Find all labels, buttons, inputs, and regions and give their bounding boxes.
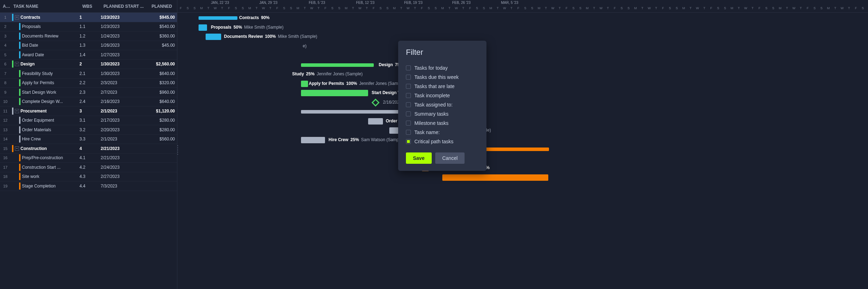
start-cell[interactable]: 2/16/2023 <box>101 99 147 104</box>
milestone-icon[interactable] <box>372 98 380 106</box>
task-name-cell[interactable]: −Contracts <box>11 14 79 21</box>
task-bar[interactable] <box>301 90 368 96</box>
planned-cell[interactable]: $320.00 <box>147 80 175 85</box>
start-cell[interactable]: 1/30/2023 <box>101 71 147 76</box>
task-name-cell[interactable]: Hire Crew <box>11 135 79 143</box>
summary-bar[interactable] <box>301 63 374 67</box>
filter-option[interactable]: Tasks due this week <box>406 73 479 82</box>
wbs-cell[interactable]: 2.1 <box>79 71 101 76</box>
task-name-cell[interactable]: −Construction <box>11 145 79 152</box>
planned-cell[interactable]: $640.00 <box>147 99 175 104</box>
task-name-cell[interactable]: −Procurement <box>11 108 79 115</box>
task-row[interactable]: 2Proposals1.11/23/2023$540.00 <box>0 22 177 32</box>
start-cell[interactable]: 1/24/2023 <box>101 34 147 39</box>
task-row[interactable]: 13Order Materials3.22/20/2023$280.00 <box>0 125 177 135</box>
wbs-cell[interactable]: 3.1 <box>79 118 101 123</box>
start-cell[interactable]: 1/27/2023 <box>101 52 147 57</box>
filter-option[interactable]: Task assigned to: <box>406 100 479 109</box>
filter-option[interactable]: Task incomplete <box>406 91 479 100</box>
expand-toggle-icon[interactable]: − <box>15 146 19 151</box>
task-row[interactable]: 18Site work4.32/27/2023 <box>0 172 177 182</box>
task-row[interactable]: 17Construction Start ...4.22/24/2023 <box>0 163 177 172</box>
task-name-cell[interactable]: Award Date <box>11 51 79 58</box>
start-cell[interactable]: 2/24/2023 <box>101 165 147 170</box>
task-name-cell[interactable]: Construction Start ... <box>11 164 79 171</box>
task-name-cell[interactable]: Stage Completion <box>11 183 79 190</box>
start-cell[interactable]: 7/3/2023 <box>101 184 147 189</box>
filter-option[interactable]: Tasks that are late <box>406 82 479 91</box>
task-bar[interactable] <box>368 118 383 125</box>
pane-splitter[interactable] <box>177 145 179 155</box>
start-cell[interactable]: 1/26/2023 <box>101 43 147 48</box>
checkbox-icon[interactable] <box>406 93 411 98</box>
task-bar[interactable] <box>442 174 548 181</box>
task-name-cell[interactable]: Feasibility Study <box>11 70 79 77</box>
task-row[interactable]: 15−Construction42/21/2023 <box>0 144 177 154</box>
summary-bar[interactable] <box>301 110 403 114</box>
task-row[interactable]: 4Bid Date1.31/26/2023$45.00 <box>0 41 177 51</box>
task-name-cell[interactable]: Order Materials <box>11 126 79 133</box>
wbs-cell[interactable]: 2 <box>79 62 101 67</box>
col-header-planned[interactable]: PLANNED <box>147 4 175 9</box>
filter-option[interactable]: Milestone tasks <box>406 119 479 128</box>
wbs-cell[interactable]: 4.3 <box>79 174 101 179</box>
task-bar[interactable] <box>301 81 308 87</box>
start-cell[interactable]: 2/17/2023 <box>101 118 147 123</box>
cancel-button[interactable]: Cancel <box>435 152 465 164</box>
task-name-cell[interactable]: Site work <box>11 173 79 180</box>
planned-cell[interactable]: $2,560.00 <box>147 62 175 67</box>
wbs-cell[interactable]: 4.1 <box>79 155 101 160</box>
task-name-cell[interactable]: Bid Date <box>11 42 79 49</box>
wbs-cell[interactable]: 2.2 <box>79 80 101 85</box>
wbs-cell[interactable]: 1.2 <box>79 34 101 39</box>
checkbox-icon[interactable] <box>406 111 411 116</box>
task-row[interactable]: 8Apply for Permits2.22/3/2023$320.00 <box>0 79 177 88</box>
expand-toggle-icon[interactable]: − <box>15 62 19 66</box>
planned-cell[interactable]: $945.00 <box>147 15 175 20</box>
start-cell[interactable]: 2/3/2023 <box>101 80 147 85</box>
task-bar[interactable] <box>199 24 207 31</box>
start-cell[interactable]: 2/27/2023 <box>101 174 147 179</box>
task-row[interactable]: 5Award Date1.41/27/2023 <box>0 50 177 60</box>
task-bar[interactable] <box>301 137 325 143</box>
checkbox-icon[interactable] <box>406 139 411 144</box>
task-row[interactable]: 19Stage Completion4.47/3/2023 <box>0 181 177 191</box>
task-row[interactable]: 1−Contracts11/23/2023$945.00 <box>0 13 177 22</box>
task-name-cell[interactable]: Prep/Pre-construction <box>11 154 79 161</box>
task-name-cell[interactable]: Proposals <box>11 23 79 30</box>
col-header-name[interactable]: TASK NAME <box>11 4 79 9</box>
task-row[interactable]: 10Complete Design W...2.42/16/2023$640.0… <box>0 97 177 107</box>
planned-cell[interactable]: $280.00 <box>147 127 175 132</box>
col-header-start[interactable]: PLANNED START ... <box>101 4 147 9</box>
start-cell[interactable]: 1/23/2023 <box>101 24 147 29</box>
task-row[interactable]: 12Order Equipment3.12/17/2023$280.00 <box>0 116 177 126</box>
planned-cell[interactable]: $560.00 <box>147 137 175 141</box>
planned-cell[interactable]: $960.00 <box>147 90 175 95</box>
col-header-all[interactable]: ALL <box>0 4 11 9</box>
start-cell[interactable]: 2/1/2023 <box>101 109 147 114</box>
wbs-cell[interactable]: 4.2 <box>79 165 101 170</box>
wbs-cell[interactable]: 1.4 <box>79 52 101 57</box>
wbs-cell[interactable]: 4 <box>79 146 101 151</box>
start-cell[interactable]: 2/1/2023 <box>101 137 147 141</box>
wbs-cell[interactable]: 1 <box>79 15 101 20</box>
filter-option[interactable]: Critical path tasks <box>406 137 479 146</box>
task-row[interactable]: 11−Procurement32/1/2023$1,120.00 <box>0 106 177 116</box>
task-name-cell[interactable]: Start Design Work <box>11 89 79 96</box>
task-name-cell[interactable]: −Design <box>11 60 79 68</box>
wbs-cell[interactable]: 4.4 <box>79 184 101 189</box>
task-bar[interactable] <box>206 34 221 40</box>
save-button[interactable]: Save <box>406 152 432 164</box>
start-cell[interactable]: 2/21/2023 <box>101 155 147 160</box>
planned-cell[interactable]: $1,120.00 <box>147 109 175 114</box>
task-row[interactable]: 3Documents Review1.21/24/2023$360.00 <box>0 31 177 41</box>
task-row[interactable]: 16Prep/Pre-construction4.12/21/2023 <box>0 154 177 163</box>
summary-bar[interactable] <box>199 16 237 20</box>
start-cell[interactable]: 2/20/2023 <box>101 127 147 132</box>
wbs-cell[interactable]: 1.1 <box>79 24 101 29</box>
task-row[interactable]: 14Hire Crew3.32/1/2023$560.00 <box>0 135 177 144</box>
checkbox-icon[interactable] <box>406 65 411 70</box>
task-name-cell[interactable]: Order Equipment <box>11 117 79 124</box>
task-name-cell[interactable]: Complete Design W... <box>11 98 79 105</box>
filter-option[interactable]: Task name: <box>406 128 479 137</box>
